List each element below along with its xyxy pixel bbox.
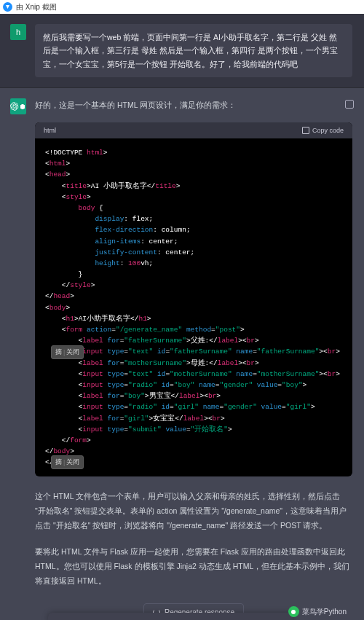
close-label: 关闭 xyxy=(66,458,79,467)
close-label: 关闭 xyxy=(66,348,79,357)
watermark-text: 菜鸟学Python xyxy=(302,607,347,617)
extract-label: 摘 xyxy=(55,458,62,467)
extract-label: 摘 xyxy=(55,348,62,357)
window-title-text: 由 Xnip 截图 xyxy=(16,2,57,12)
code-header: html Copy code xyxy=(35,122,352,138)
wechat-icon xyxy=(288,606,299,617)
regenerate-area: Regenerate response 菜鸟学Python xyxy=(35,600,352,620)
xnip-logo-icon xyxy=(3,2,12,12)
copy-message-icon[interactable] xyxy=(345,100,354,109)
user-message-text: 然后我需要写一个web 前端，页面中间第一行是 AI小助手取名字，第二行是 父姓… xyxy=(35,24,352,77)
clipboard-icon xyxy=(302,127,309,134)
assistant-avatar xyxy=(10,98,26,114)
user-avatar: h xyxy=(10,24,26,40)
openai-logo-icon xyxy=(10,101,19,112)
code-block: html Copy code <!DOCTYPE html> <html> <h… xyxy=(35,122,352,476)
extract-overlay-2[interactable]: 摘|关闭 xyxy=(51,455,84,469)
assistant-message-row: 好的，这是一个基本的 HTML 网页设计，满足你的需求： html Copy c… xyxy=(0,88,364,620)
extract-overlay-1[interactable]: 摘|关闭 xyxy=(51,345,84,359)
code-content: <!DOCTYPE html> <html> <head> <title>AI … xyxy=(35,138,352,476)
assistant-paragraph-1: 这个 HTML 文件包含一个表单，用户可以输入父亲和母亲的姓氏，选择性别，然后点… xyxy=(35,490,352,533)
window-title-bar: 由 Xnip 截图 xyxy=(0,0,364,14)
user-message-row: h 然后我需要写一个web 前端，页面中间第一行是 AI小助手取名字，第二行是 … xyxy=(0,14,364,88)
watermark: 菜鸟学Python xyxy=(288,606,347,617)
copy-code-label: Copy code xyxy=(312,127,344,134)
assistant-intro-text: 好的，这是一个基本的 HTML 网页设计，满足你的需求： xyxy=(35,98,352,112)
chat-input-stub[interactable] xyxy=(48,613,293,620)
code-language-label: html xyxy=(44,127,56,134)
assistant-paragraph-2: 要将此 HTML 文件与 Flask 应用一起使用，您需要在 Flask 应用的… xyxy=(35,545,352,589)
copy-code-button[interactable]: Copy code xyxy=(302,127,344,134)
